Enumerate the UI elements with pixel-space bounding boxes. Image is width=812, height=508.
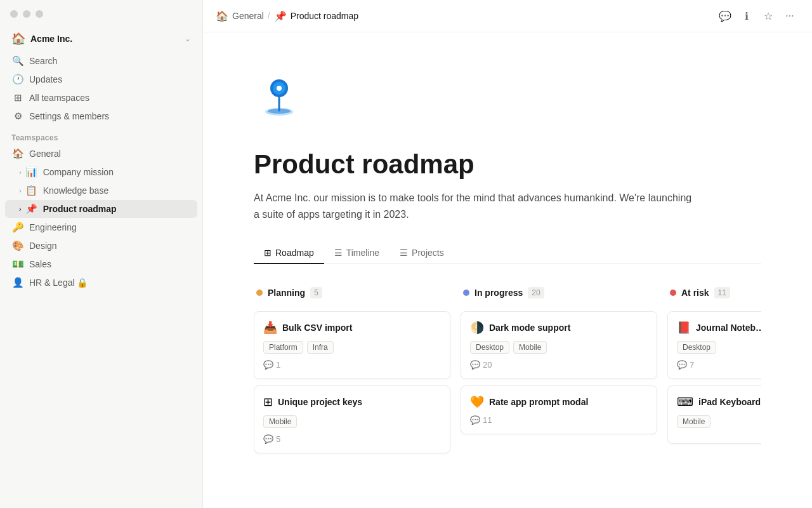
favorite-button[interactable]: ☆ [759, 6, 778, 25]
sidebar-item-design[interactable]: 🎨 Design [5, 237, 197, 255]
rate-app-card-icon: 🧡 [470, 395, 484, 409]
knowledge-base-icon: 📋 [25, 185, 38, 196]
sidebar-engineering-label: Engineering [29, 222, 191, 232]
rate-app-comment-count: 11 [483, 415, 492, 425]
sidebar-item-teamspaces[interactable]: ⊞ All teamspaces [5, 89, 197, 107]
workspace-button[interactable]: 🏠 Acme Inc. ⌄ [5, 28, 197, 50]
teamspaces-section-title: Teamspaces [5, 126, 197, 145]
traffic-light-maximize[interactable] [36, 10, 43, 18]
card-dark-mode[interactable]: 🌗 Dark mode support Desktop Mobile 💬 20 [461, 311, 657, 379]
sidebar-item-updates-label: Updates [29, 74, 191, 84]
bulk-csv-comment-count: 1 [276, 360, 280, 370]
tab-roadmap-label: Roadmap [275, 248, 314, 258]
breadcrumb-separator: / [268, 11, 270, 21]
card-ipad-keyboard[interactable]: ⌨ iPad Keyboard… Mobile [667, 385, 761, 444]
projects-tab-icon: ☰ [400, 248, 408, 258]
general-icon: 🏠 [11, 148, 24, 159]
sidebar-item-product-roadmap[interactable]: › 📌 Product roadmap [5, 200, 197, 218]
tag-mobile-unique-keys: Mobile [263, 415, 297, 428]
breadcrumb-home-icon: 🏠 [216, 10, 228, 22]
breadcrumb-current-page: Product roadmap [291, 11, 358, 21]
dark-mode-card-icon: 🌗 [470, 321, 484, 335]
sidebar-item-general[interactable]: 🏠 General [5, 145, 197, 163]
comment-button[interactable]: 💬 [716, 6, 735, 25]
tab-roadmap[interactable]: ⊞ Roadmap [254, 243, 324, 264]
comment-icon-journal: 💬 [677, 360, 687, 370]
page-emoji-svg [254, 70, 304, 121]
dark-mode-comment-count: 20 [483, 360, 492, 370]
journal-card-title: Journal Noteb… [696, 323, 761, 333]
page-icon-container [254, 70, 761, 137]
column-header-inprogress: In progress 20 [461, 282, 657, 304]
atrisk-column-title: At risk [681, 288, 709, 298]
sidebar-sales-label: Sales [29, 259, 191, 269]
breadcrumb-page-icon: 📌 [274, 10, 287, 22]
workspace-name: Acme Inc. [30, 34, 185, 44]
card-unique-keys[interactable]: ⊞ Unique project keys Mobile 💬 5 [254, 385, 450, 453]
sidebar-item-updates[interactable]: 🕐 Updates [5, 70, 197, 88]
tag-platform: Platform [263, 341, 303, 354]
card-rate-app[interactable]: 🧡 Rate app prompt modal 💬 11 [461, 385, 657, 434]
ipad-card-icon: ⌨ [677, 395, 693, 409]
sidebar-item-sales[interactable]: 💵 Sales [5, 255, 197, 273]
card-title-row-journal: 📕 Journal Noteb… [677, 321, 761, 335]
card-title-row-rate-app: 🧡 Rate app prompt modal [470, 395, 648, 409]
design-icon: 🎨 [11, 240, 24, 251]
tab-projects-label: Projects [412, 248, 444, 258]
card-title-row-unique-keys: ⊞ Unique project keys [263, 395, 441, 409]
breadcrumb-home[interactable]: General [232, 11, 264, 21]
atrisk-column-count: 11 [714, 287, 730, 298]
card-bulk-csv[interactable]: 📥 Bulk CSV import Platform Infra 💬 1 [254, 311, 450, 379]
journal-card-footer: 💬 7 [677, 360, 761, 370]
rate-app-card-footer: 💬 11 [470, 415, 648, 425]
kanban-column-planning: Planning 5 📥 Bulk CSV import Platform In… [254, 282, 450, 460]
comment-icon-dark-mode: 💬 [470, 360, 480, 370]
topbar: 🏠 General / 📌 Product roadmap 💬 ℹ ☆ ··· [203, 0, 812, 32]
tabs: ⊞ Roadmap ☰ Timeline ☰ Projects [254, 243, 761, 264]
tab-projects[interactable]: ☰ Projects [390, 243, 454, 264]
sidebar-item-search-label: Search [29, 56, 191, 66]
traffic-light-minimize[interactable] [23, 10, 30, 18]
journal-comment-count: 7 [690, 360, 694, 370]
sidebar-general-label: General [29, 149, 191, 159]
page-content: Product roadmap At Acme Inc. our mission… [203, 32, 812, 508]
sales-icon: 💵 [11, 258, 24, 270]
tag-desktop-dark-mode: Desktop [470, 341, 509, 354]
chevron-knowledge-base-icon: › [19, 187, 22, 194]
unique-keys-card-tags: Mobile [263, 415, 441, 428]
page-description: At Acme Inc. our mission is to make tool… [254, 190, 698, 222]
card-journal[interactable]: 📕 Journal Noteb… Desktop 💬 7 [667, 311, 761, 379]
kanban-board: Planning 5 📥 Bulk CSV import Platform In… [254, 282, 761, 460]
dark-mode-card-title: Dark mode support [489, 323, 570, 333]
info-button[interactable]: ℹ [737, 6, 756, 25]
sidebar-item-engineering[interactable]: 🔑 Engineering [5, 218, 197, 236]
sidebar-item-search[interactable]: 🔍 Search [5, 52, 197, 70]
sidebar-item-knowledge-base[interactable]: › 📋 Knowledge base [5, 182, 197, 199]
breadcrumb: 🏠 General / 📌 Product roadmap [216, 10, 716, 22]
sidebar-knowledge-base-label: Knowledge base [43, 185, 191, 196]
sidebar-product-roadmap-label: Product roadmap [43, 204, 191, 214]
product-roadmap-icon: 📌 [25, 203, 38, 215]
sidebar-item-hr-legal[interactable]: 👤 HR & Legal 🔒 [5, 274, 197, 291]
settings-icon: ⚙ [11, 110, 24, 122]
sidebar-item-settings[interactable]: ⚙ Settings & members [5, 107, 197, 125]
kanban-column-atrisk: At risk 11 📕 Journal Noteb… Desktop 💬 7 [667, 282, 761, 450]
sidebar-item-company-mission[interactable]: › 📊 Company mission [5, 163, 197, 181]
more-options-button[interactable]: ··· [780, 6, 799, 25]
bulk-csv-card-tags: Platform Infra [263, 341, 441, 354]
workspace-chevron-icon: ⌄ [185, 34, 191, 43]
chevron-product-roadmap-icon: › [19, 205, 22, 213]
traffic-light-close[interactable] [10, 10, 18, 18]
sidebar-hr-legal-label: HR & Legal 🔒 [29, 277, 191, 288]
tab-timeline[interactable]: ☰ Timeline [324, 243, 390, 264]
sidebar-company-mission-label: Company mission [43, 167, 191, 177]
chevron-company-mission-icon: › [19, 168, 22, 176]
engineering-icon: 🔑 [11, 222, 24, 233]
bulk-csv-card-title: Bulk CSV import [282, 323, 352, 333]
ipad-card-tags: Mobile [677, 415, 761, 428]
company-mission-icon: 📊 [25, 166, 38, 178]
planning-status-dot [256, 290, 263, 296]
comment-icon-unique-keys: 💬 [263, 434, 273, 444]
comment-icon-bulk-csv: 💬 [263, 360, 273, 370]
timeline-tab-icon: ☰ [334, 248, 343, 258]
